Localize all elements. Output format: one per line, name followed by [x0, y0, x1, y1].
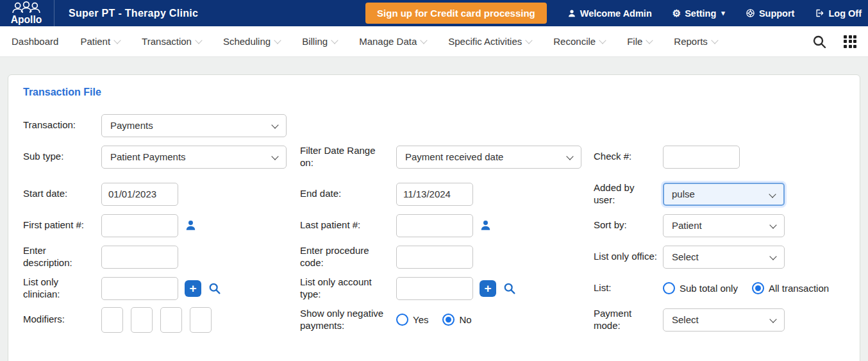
negative-no-radio[interactable]: No	[442, 314, 471, 326]
chevron-down-icon	[711, 37, 718, 44]
nav-item-reports[interactable]: Reports	[674, 36, 717, 47]
caret-down-icon: ▾	[721, 9, 725, 17]
setting-menu[interactable]: ⚙ Setting ▾	[672, 8, 725, 19]
first-patient-picker-icon[interactable]	[185, 219, 197, 231]
nav-item-specific-activities[interactable]: Specific Activities	[448, 36, 531, 47]
sub-type-label: Sub type:	[23, 151, 101, 163]
add-clinician-button[interactable]: +	[185, 280, 201, 297]
list-only-account-type-input[interactable]	[396, 277, 473, 300]
page-title: Transaction File	[23, 87, 860, 98]
nav-item-patient[interactable]: Patient	[80, 36, 120, 47]
negative-payments-radio-group: Yes No	[396, 314, 472, 326]
last-patient-picker-icon[interactable]	[480, 219, 492, 231]
payment-mode-select[interactable]: Select	[663, 308, 785, 332]
list-subtotal-radio[interactable]: Sub total only	[663, 282, 738, 294]
logoff-menu[interactable]: Log Off	[815, 8, 862, 19]
radio-circle-checked-icon	[442, 314, 455, 326]
search-icon[interactable]	[812, 34, 827, 49]
filter-date-range-select[interactable]: Payment received date	[396, 146, 581, 169]
sort-by-select[interactable]: Patient	[663, 214, 785, 237]
apps-grid-icon[interactable]	[844, 35, 856, 48]
user-icon	[567, 9, 576, 18]
added-by-user-select[interactable]: pulse	[663, 183, 785, 206]
modifier-input-3[interactable]	[160, 307, 182, 333]
topbar-actions: Sign up for Credit card processing Welco…	[365, 3, 862, 24]
top-navbar: Apollo Super PT - Therapy Clinic Sign up…	[0, 0, 868, 26]
last-patient-input[interactable]	[396, 214, 473, 237]
form-row-modifiers: Modifiers: Show only negative payments: …	[23, 304, 860, 335]
enter-procedure-code-label: Enter procedure code:	[300, 245, 396, 269]
support-label: Support	[759, 8, 795, 19]
first-patient-input[interactable]	[101, 214, 178, 237]
clinic-title: Super PT - Therapy Clinic	[69, 8, 198, 19]
main-nav: Dashboard Patient Transaction Scheduling…	[0, 26, 868, 57]
transaction-select-value: Payments	[110, 120, 153, 131]
nav-item-reconcile[interactable]: Reconcile	[553, 36, 605, 47]
topbar-divider	[54, 0, 54, 26]
negative-no-label: No	[459, 314, 471, 325]
logoff-label: Log Off	[828, 8, 862, 19]
last-patient-label: Last patient #:	[300, 219, 396, 231]
logo-text: Apollo	[11, 14, 42, 25]
transaction-select[interactable]: Payments	[101, 114, 287, 137]
list-label: List:	[594, 282, 663, 294]
modifier-input-4[interactable]	[190, 307, 212, 333]
search-account-type-button[interactable]	[503, 281, 516, 295]
nav-item-transaction[interactable]: Transaction	[142, 36, 201, 47]
payment-mode-select-value: Select	[672, 314, 699, 325]
first-patient-label: First patient #:	[23, 219, 101, 231]
apollo-people-icon: Apollo	[8, 1, 45, 26]
add-account-type-button[interactable]: +	[480, 280, 496, 297]
search-icon	[208, 281, 221, 295]
nav-item-billing[interactable]: Billing	[302, 36, 337, 47]
modifiers-label: Modifiers:	[23, 314, 101, 326]
modifier-input-2[interactable]	[131, 307, 153, 333]
modifier-input-1[interactable]	[101, 307, 123, 333]
start-date-label: Start date:	[23, 188, 101, 200]
search-icon	[503, 281, 516, 295]
nav-label: Reports	[674, 36, 708, 47]
list-only-office-label: List only office:	[594, 251, 663, 263]
search-clinician-button[interactable]	[208, 281, 221, 295]
sort-by-label: Sort by:	[594, 219, 663, 231]
nav-item-dashboard[interactable]: Dashboard	[12, 36, 58, 47]
start-date-input[interactable]	[101, 183, 178, 206]
list-alltransaction-radio[interactable]: All transaction	[752, 282, 829, 294]
negative-yes-radio[interactable]: Yes	[396, 314, 428, 326]
nav-label: Patient	[80, 36, 110, 47]
credit-card-signup-button[interactable]: Sign up for Credit card processing	[365, 3, 547, 24]
setting-label: Setting	[685, 8, 716, 19]
nav-label: Specific Activities	[448, 36, 522, 47]
enter-description-input[interactable]	[101, 246, 178, 269]
apollo-logo[interactable]: Apollo	[5, 0, 54, 26]
end-date-input[interactable]	[396, 183, 473, 206]
nav-label: Scheduling	[223, 36, 271, 47]
chevron-down-icon	[274, 37, 281, 44]
end-date-label: End date:	[300, 188, 396, 200]
radio-circle-icon	[396, 314, 408, 326]
radio-circle-checked-icon	[752, 282, 764, 294]
nav-item-file[interactable]: File	[627, 36, 652, 47]
chevron-down-icon	[599, 37, 606, 44]
radio-circle-icon	[663, 282, 675, 294]
nav-label: Manage Data	[359, 36, 417, 47]
list-only-office-select[interactable]: Select	[663, 246, 785, 269]
form-row-dates: Start date: End date: Added by user: pul…	[23, 178, 860, 210]
nav-label: File	[627, 36, 642, 47]
patient-person-icon	[480, 219, 492, 231]
list-only-clinician-input[interactable]	[101, 277, 178, 300]
welcome-admin-menu[interactable]: Welcome Admin	[567, 8, 652, 19]
support-lifering-icon	[746, 8, 755, 18]
nav-item-manage-data[interactable]: Manage Data	[359, 36, 426, 47]
form-row-clinician: List only clinician: + List only account…	[23, 273, 860, 304]
enter-procedure-code-input[interactable]	[396, 246, 473, 269]
support-menu[interactable]: Support	[746, 8, 795, 19]
added-by-user-label: Added by user:	[594, 182, 663, 206]
app-screen: Apollo Super PT - Therapy Clinic Sign up…	[0, 0, 868, 361]
list-subtotal-label: Sub total only	[680, 283, 738, 294]
sub-type-select[interactable]: Patient Payments	[101, 146, 287, 169]
chevron-down-icon	[421, 37, 428, 44]
filter-date-range-select-value: Payment received date	[405, 151, 503, 162]
nav-item-scheduling[interactable]: Scheduling	[223, 36, 280, 47]
check-number-input[interactable]	[663, 146, 740, 169]
